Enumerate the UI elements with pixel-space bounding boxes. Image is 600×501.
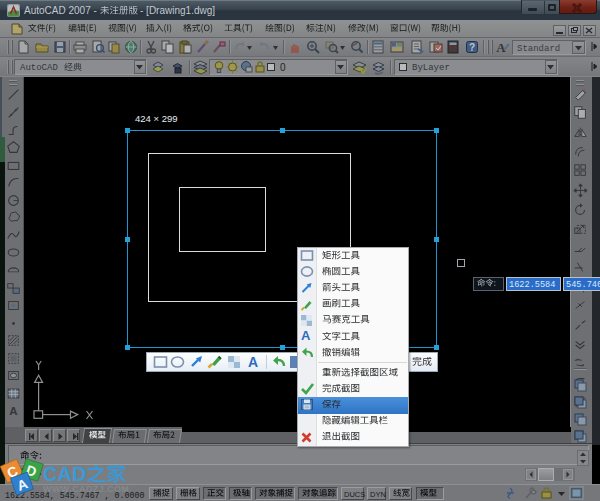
svg-text:A: A [496,40,506,54]
svg-text:A: A [9,405,17,417]
svg-text:?: ? [469,42,475,53]
